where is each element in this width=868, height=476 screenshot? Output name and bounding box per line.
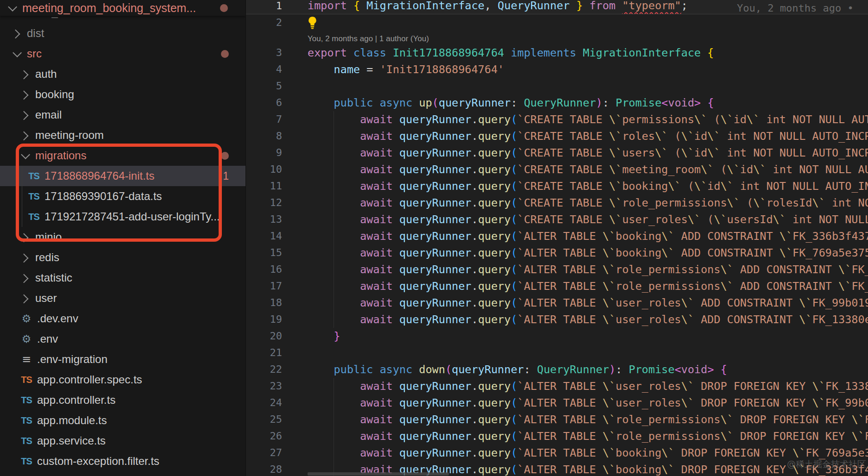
tree-item-booking[interactable]: booking (0, 84, 245, 105)
chevron-right-icon[interactable] (19, 112, 30, 118)
line-content[interactable] (308, 344, 868, 361)
line-content[interactable]: name = 'Init1718868964764' (308, 61, 868, 78)
line-number[interactable]: 16 (246, 261, 282, 278)
line-number[interactable]: 14 (246, 228, 282, 244)
tree-item-migrations[interactable]: migrations (0, 145, 245, 166)
chevron-right-icon[interactable] (19, 254, 30, 261)
explorer-sidebar[interactable]: node_modules meeting_room_booking_system… (0, 0, 246, 476)
line-content[interactable]: await queryRunner.query(`CREATE TABLE \`… (308, 194, 868, 211)
line-content[interactable]: You, 2 months ago | 1 author (You) (308, 31, 868, 44)
line-number[interactable]: 4 (246, 61, 282, 78)
line-content[interactable]: export class Init1718868964764 implement… (308, 44, 868, 61)
line-number[interactable]: 17 (246, 278, 282, 294)
tree-item--dev-env[interactable]: ⚙.dev.env (0, 308, 245, 329)
code-lines[interactable]: 1import { MigrationInterface, QueryRunne… (246, 0, 868, 476)
chevron-right-icon[interactable] (11, 30, 21, 37)
tree-item-auth[interactable]: auth (0, 64, 245, 84)
tree-item-dist[interactable]: dist (0, 23, 245, 44)
code-line-13[interactable]: 13 await queryRunner.query(`CREATE TABLE… (246, 211, 868, 228)
line-number[interactable]: 8 (246, 128, 282, 144)
code-line-23[interactable]: 23 await queryRunner.query(`ALTER TABLE … (246, 378, 868, 395)
codelens-label[interactable]: You, 2 months ago | 1 author (You) (308, 34, 429, 43)
line-content[interactable]: await queryRunner.query(`ALTER TABLE \`b… (308, 228, 868, 244)
line-content[interactable]: public async down(queryRunner: QueryRunn… (308, 361, 868, 378)
line-number[interactable]: 28 (246, 461, 282, 476)
code-line-16[interactable]: 16 await queryRunner.query(`ALTER TABLE … (246, 261, 868, 278)
line-number[interactable]: 18 (246, 294, 282, 311)
line-number[interactable]: 7 (246, 111, 282, 128)
chevron-right-icon[interactable] (19, 71, 30, 77)
tree-item-app-service-ts[interactable]: TSapp.service.ts (0, 431, 245, 451)
line-content[interactable]: await queryRunner.query(`ALTER TABLE \`u… (308, 311, 868, 328)
line-content[interactable]: await queryRunner.query(`CREATE TABLE \`… (308, 161, 868, 178)
line-content[interactable]: await queryRunner.query(`CREATE TABLE \`… (308, 211, 868, 228)
line-number[interactable]: 9 (246, 144, 282, 161)
tree-item-1718869390167-data-ts[interactable]: TS1718869390167-data.ts (0, 186, 245, 207)
line-content[interactable]: await queryRunner.query(`ALTER TABLE \`b… (308, 445, 868, 461)
explorer-root-header[interactable]: meeting_room_booking_system... (0, 0, 245, 16)
line-number[interactable]: 13 (246, 211, 282, 228)
tree-item-statistic[interactable]: statistic (0, 268, 245, 288)
code-line-24[interactable]: 24 await queryRunner.query(`ALTER TABLE … (246, 395, 868, 411)
line-content[interactable]: await queryRunner.query(`CREATE TABLE \`… (308, 144, 868, 161)
line-content[interactable]: await queryRunner.query(`ALTER TABLE \`b… (308, 244, 868, 261)
line-number[interactable]: 23 (246, 378, 282, 395)
line-content[interactable]: await queryRunner.query(`ALTER TABLE \`r… (308, 428, 868, 445)
tree-item-src[interactable]: src (0, 44, 245, 64)
code-line-21[interactable]: 21 (246, 344, 868, 361)
tree-item--env-migration[interactable]: ≡.env-migration (0, 349, 245, 370)
tree-item-email[interactable]: email (0, 105, 245, 125)
line-number[interactable]: 25 (246, 411, 282, 428)
chevron-right-icon[interactable] (19, 132, 30, 138)
tree-item-user[interactable]: user (0, 288, 245, 308)
chevron-right-icon[interactable] (19, 295, 30, 301)
codelens-row[interactable]: You, 2 months ago | 1 author (You) (246, 31, 868, 44)
chevron-down-icon[interactable] (6, 5, 17, 11)
chevron-right-icon[interactable] (19, 234, 30, 240)
line-number[interactable]: 22 (246, 361, 282, 378)
code-line-20[interactable]: 20 } (246, 328, 868, 344)
horizontal-scrollbar[interactable] (308, 472, 449, 476)
line-number[interactable]: 27 (246, 445, 282, 461)
line-content[interactable]: await queryRunner.query(`ALTER TABLE \`r… (308, 411, 868, 428)
code-line-4[interactable]: 4 name = 'Init1718868964764' (246, 61, 868, 78)
line-number[interactable]: 3 (246, 44, 282, 61)
code-line-22[interactable]: 22 public async down(queryRunner: QueryR… (246, 361, 868, 378)
code-line-19[interactable]: 19 await queryRunner.query(`ALTER TABLE … (246, 311, 868, 328)
tree-item-minio[interactable]: minio (0, 227, 245, 247)
line-content[interactable]: await queryRunner.query(`CREATE TABLE \`… (308, 178, 868, 194)
code-line-14[interactable]: 14 await queryRunner.query(`ALTER TABLE … (246, 228, 868, 244)
tree-item--env[interactable]: ⚙.env (0, 329, 245, 349)
tree-item-app-module-ts[interactable]: TSapp.module.ts (0, 410, 245, 431)
line-number[interactable]: 24 (246, 395, 282, 411)
line-content[interactable] (308, 14, 868, 31)
line-number[interactable]: 2 (246, 14, 282, 31)
chevron-down-icon[interactable] (19, 152, 30, 159)
line-content[interactable]: await queryRunner.query(`ALTER TABLE \`u… (308, 378, 868, 395)
line-number[interactable]: 12 (246, 194, 282, 211)
code-line-8[interactable]: 8 await queryRunner.query(`CREATE TABLE … (246, 128, 868, 144)
tree-item-redis[interactable]: redis (0, 247, 245, 268)
code-line-9[interactable]: 9 await queryRunner.query(`CREATE TABLE … (246, 144, 868, 161)
code-line-2[interactable]: 2 (246, 14, 868, 31)
line-content[interactable]: await queryRunner.query(`ALTER TABLE \`r… (308, 261, 868, 278)
line-content[interactable]: await queryRunner.query(`ALTER TABLE \`r… (308, 278, 868, 294)
line-content[interactable] (308, 78, 868, 94)
line-content[interactable]: } (308, 328, 868, 344)
code-line-10[interactable]: 10 await queryRunner.query(`CREATE TABLE… (246, 161, 868, 178)
code-line-3[interactable]: 3export class Init1718868964764 implemen… (246, 44, 868, 61)
line-number[interactable] (246, 31, 282, 44)
line-number[interactable]: 10 (246, 161, 282, 178)
chevron-right-icon[interactable] (19, 275, 30, 281)
line-number[interactable]: 15 (246, 244, 282, 261)
chevron-right-icon[interactable] (19, 91, 30, 98)
code-line-5[interactable]: 5 (246, 78, 868, 94)
tree-item-custom-exception-filter-ts[interactable]: TScustom-exception.filter.ts (0, 451, 245, 471)
line-content[interactable]: await queryRunner.query(`ALTER TABLE \`u… (308, 395, 868, 411)
code-line-15[interactable]: 15 await queryRunner.query(`ALTER TABLE … (246, 244, 868, 261)
line-number[interactable]: 6 (246, 94, 282, 111)
code-line-12[interactable]: 12 await queryRunner.query(`CREATE TABLE… (246, 194, 868, 211)
line-number[interactable]: 21 (246, 344, 282, 361)
code-line-6[interactable]: 6 public async up(queryRunner: QueryRunn… (246, 94, 868, 111)
code-line-25[interactable]: 25 await queryRunner.query(`ALTER TABLE … (246, 411, 868, 428)
